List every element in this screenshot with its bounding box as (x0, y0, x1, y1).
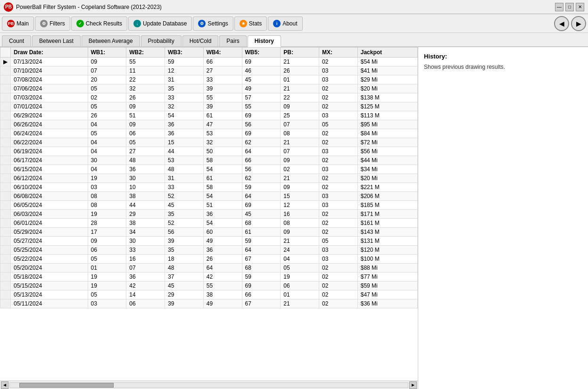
cell-wb1: 03 (88, 183, 126, 192)
table-row[interactable]: 05/11/202403063949672102$36 Mi (0, 299, 418, 308)
cell-date: 07/03/2024 (11, 93, 88, 102)
cell-date: 07/06/2024 (11, 84, 88, 93)
scroll-left-btn[interactable]: ◀ (1, 381, 8, 389)
table-row[interactable]: 06/19/202404274450640703$56 Mi (0, 147, 418, 156)
panel-description: Shows previous drawing results. (424, 64, 582, 70)
table-row[interactable]: 06/22/202404051532622102$72 Mi (0, 138, 418, 147)
about-button[interactable]: i About (268, 17, 302, 31)
cell-jackpot: $56 Mi (357, 147, 417, 156)
back-arrow[interactable]: ◀ (554, 16, 569, 31)
table-row[interactable]: 05/25/202406333536642403$120 M (0, 246, 418, 255)
filters-label: Filters (50, 20, 65, 27)
filters-button[interactable]: ⚙ Filters (35, 17, 70, 31)
table-row[interactable]: 06/12/202419303161622102$20 Mi (0, 174, 418, 183)
table-row[interactable]: 07/10/202407111227462603$41 Mi (0, 66, 418, 75)
table-row[interactable]: 05/29/202417345660610902$143 M (0, 228, 418, 237)
table-row[interactable]: 07/01/202405093239550902$125 M (0, 102, 418, 111)
cell-wb2: 06 (126, 299, 165, 308)
table-row[interactable]: 07/03/202402263355572202$138 M (0, 93, 418, 102)
tab-hot-cold[interactable]: Hot/Cold (182, 35, 219, 46)
table-row[interactable]: 05/22/202405161826670403$100 M (0, 255, 418, 264)
cell-wb2: 29 (126, 210, 165, 219)
table-row[interactable]: 06/17/202430485358660902$44 Mi (0, 156, 418, 165)
horizontal-scrollbar[interactable]: ◀ ▶ (0, 381, 418, 389)
table-row[interactable]: 06/03/202419293536451602$171 M (0, 210, 418, 219)
table-row[interactable]: 05/13/202405142938660102$47 Mi (0, 290, 418, 299)
cell-mx: 03 (319, 165, 358, 174)
cell-wb5: 49 (242, 84, 281, 93)
cell-jackpot: $138 M (357, 93, 417, 102)
forward-arrow[interactable]: ▶ (571, 16, 586, 31)
cell-indicator (0, 102, 11, 111)
cell-mx: 02 (319, 281, 358, 290)
table-row[interactable]: 05/20/202401074864680502$88 Mi (0, 264, 418, 273)
stats-button[interactable]: ★ Stats (234, 17, 267, 31)
cell-wb3: 56 (165, 228, 204, 237)
maximize-button[interactable]: □ (565, 3, 574, 11)
cell-wb3: 54 (165, 111, 204, 120)
update-database-button[interactable]: ↓ Update Database (128, 17, 192, 31)
scroll-thumb[interactable] (19, 383, 114, 388)
tab-probability[interactable]: Probability (141, 35, 182, 46)
table-row[interactable]: 05/27/202409303949592105$131 M (0, 237, 418, 246)
cell-wb5: 67 (242, 255, 281, 264)
tab-history[interactable]: History (248, 35, 281, 47)
main-button[interactable]: PB Main (2, 17, 34, 31)
table-row[interactable]: 07/06/202405323539492102$20 Mi (0, 84, 418, 93)
table-row[interactable]: 06/24/202405063653690802$84 Mi (0, 129, 418, 138)
cell-pb: 07 (281, 120, 319, 129)
table-row[interactable]: 06/10/202403103358590902$221 M (0, 183, 418, 192)
cell-wb1: 19 (88, 281, 126, 290)
tab-count[interactable]: Count (2, 35, 31, 46)
cell-jackpot: $206 M (357, 192, 417, 201)
about-icon: i (273, 20, 281, 27)
cell-mx: 02 (319, 290, 358, 299)
cell-wb5: 62 (242, 174, 281, 183)
cell-mx: 03 (319, 66, 358, 75)
cell-wb3: 15 (165, 138, 204, 147)
cell-wb4: 54 (203, 192, 242, 201)
table-row[interactable]: 06/05/202408444551691203$185 M (0, 201, 418, 210)
cell-wb3: 48 (165, 264, 204, 273)
table-wrapper[interactable]: Draw Date: WB1: WB2: WB3: WB4: WB5: PB: … (0, 47, 418, 381)
table-row[interactable]: 06/01/202428385254680802$161 M (0, 219, 418, 228)
table-row[interactable]: 07/08/202420223133450103$29 Mi (0, 75, 418, 84)
cell-jackpot: $34 Mi (357, 165, 417, 174)
check-results-button[interactable]: ✓ Check Results (71, 17, 127, 31)
cell-wb5: 62 (242, 138, 281, 147)
cell-mx: 03 (319, 147, 358, 156)
minimize-button[interactable]: — (555, 3, 563, 11)
cell-wb2: 36 (126, 273, 165, 281)
scroll-right-btn[interactable]: ▶ (409, 381, 417, 389)
table-row[interactable]: 05/18/202419363742591902$77 Mi (0, 273, 418, 281)
cell-wb4: 51 (203, 201, 242, 210)
table-row[interactable]: 06/08/202408385254641503$206 M (0, 192, 418, 201)
tab-bar: Count Between Last Between Average Proba… (0, 33, 588, 47)
cell-indicator (0, 183, 11, 192)
cell-jackpot: $41 Mi (357, 66, 417, 75)
cell-wb1: 19 (88, 210, 126, 219)
cell-mx: 02 (319, 138, 358, 147)
cell-jackpot: $72 Mi (357, 138, 417, 147)
tab-between-average[interactable]: Between Average (82, 35, 140, 46)
close-button[interactable]: ✕ (576, 3, 584, 11)
cell-wb1: 26 (88, 111, 126, 120)
cell-wb5: 68 (242, 219, 281, 228)
tab-between-last[interactable]: Between Last (32, 35, 81, 46)
tab-pairs[interactable]: Pairs (219, 35, 246, 46)
cell-wb1: 09 (88, 58, 126, 66)
table-row[interactable]: 06/26/202404093647560705$95 Mi (0, 120, 418, 129)
cell-mx: 02 (319, 84, 358, 93)
table-row[interactable]: 05/15/202419424555690602$59 Mi (0, 281, 418, 290)
table-row[interactable]: 06/29/202426515461692503$113 M (0, 111, 418, 120)
table-row[interactable]: 06/15/202404364854560203$34 Mi (0, 165, 418, 174)
cell-date: 06/22/2024 (11, 138, 88, 147)
settings-button[interactable]: ⚙ Settings (193, 17, 233, 31)
settings-label: Settings (207, 20, 228, 27)
cell-indicator (0, 228, 11, 237)
table-row[interactable]: ▶07/13/202409555966692102$54 Mi (0, 58, 418, 66)
cell-wb1: 19 (88, 174, 126, 183)
table-area: Draw Date: WB1: WB2: WB3: WB4: WB5: PB: … (0, 47, 418, 389)
cell-wb5: 64 (242, 192, 281, 201)
scroll-track[interactable] (9, 382, 408, 388)
